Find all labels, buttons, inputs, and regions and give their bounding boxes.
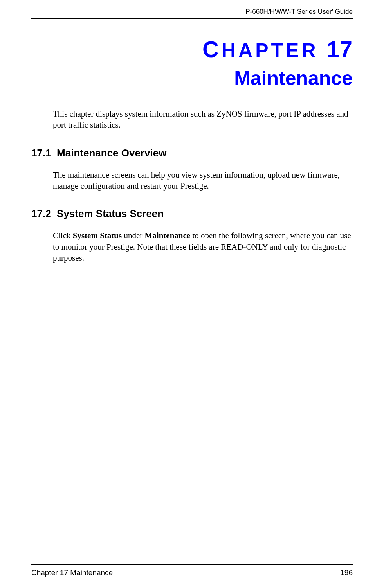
section-heading-17-1: 17.1 Maintenance Overview <box>31 147 353 159</box>
chapter-label-c: C <box>202 36 222 62</box>
section-number-17-1: 17.1 <box>31 147 51 159</box>
para-17-2-part2: under <box>122 231 144 240</box>
para-17-2-bold1: System Status <box>73 231 122 240</box>
header-region: P-660H/HW/W-T Series User' Guide <box>31 8 353 21</box>
chapter-intro-paragraph: This chapter displays system information… <box>53 108 353 131</box>
footer-rule <box>31 564 353 565</box>
chapter-label-rest: HAPTER <box>222 40 319 61</box>
chapter-label-space <box>319 40 327 61</box>
footer-chapter-ref: Chapter 17 Maintenance <box>31 568 113 577</box>
section-title-17-2: System Status Screen <box>57 208 164 219</box>
header-rule <box>31 18 353 19</box>
footer-region: Chapter 17 Maintenance 196 <box>31 564 353 577</box>
chapter-number: 17 <box>326 36 353 62</box>
section-heading-17-2: 17.2 System Status Screen <box>31 208 353 220</box>
page-container: P-660H/HW/W-T Series User' Guide CHAPTER… <box>0 0 384 588</box>
section-title-17-1: Maintenance Overview <box>57 147 166 159</box>
para-17-2-part1: Click <box>53 231 73 240</box>
chapter-title: Maintenance <box>31 67 353 90</box>
section-para-17-1: The maintenance screens can help you vie… <box>53 169 353 192</box>
chapter-heading: CHAPTER 17 <box>31 36 353 62</box>
footer-page-number: 196 <box>340 568 353 577</box>
para-17-2-bold2: Maintenance <box>145 231 191 240</box>
footer-content: Chapter 17 Maintenance 196 <box>31 568 353 577</box>
header-guide-title: P-660H/HW/W-T Series User' Guide <box>31 8 353 16</box>
section-number-17-2: 17.2 <box>31 208 51 219</box>
section-para-17-2: Click System Status under Maintenance to… <box>53 230 353 263</box>
